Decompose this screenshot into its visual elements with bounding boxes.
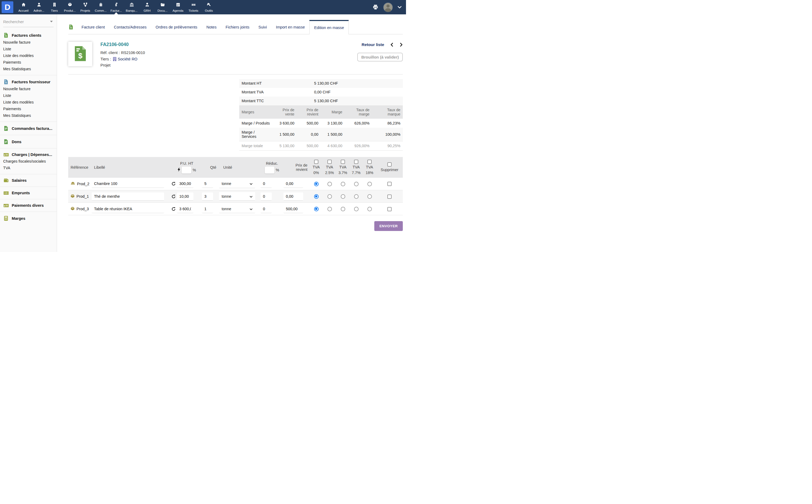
nav-item-outils[interactable]: Outils — [201, 0, 217, 14]
back-to-list-link[interactable]: Retour liste — [362, 42, 384, 47]
tva-7-7-radio[interactable] — [354, 194, 359, 199]
discount-input[interactable] — [261, 205, 272, 213]
sidebar-item-liste-factures-clients[interactable]: Liste — [0, 46, 57, 52]
nav-item-agenda[interactable]: Agenda — [170, 0, 186, 14]
next-invoice-button[interactable] — [400, 43, 403, 47]
nav-item-adherents[interactable]: Adhér... — [31, 0, 47, 14]
sidebar-item-liste-modeles-fournisseur[interactable]: Liste des modèles — [0, 99, 57, 106]
refresh-price-icon[interactable] — [171, 182, 175, 186]
product-ref-link[interactable]: Prod_3 — [76, 207, 89, 211]
tva-3-7-radio[interactable] — [341, 182, 345, 186]
tva-0-radio[interactable] — [314, 182, 319, 186]
unit-select[interactable]: tonne — [219, 205, 255, 213]
tva-0-radio[interactable] — [314, 194, 319, 199]
avatar[interactable] — [383, 2, 393, 12]
bulk-discount-percent-input[interactable] — [265, 167, 275, 173]
unit-select[interactable]: tonne — [219, 180, 255, 188]
tab-facture-client[interactable]: Facture client — [77, 20, 109, 34]
tva-18-select-all-checkbox[interactable] — [367, 160, 372, 164]
tva-7-7-radio[interactable] — [354, 182, 359, 186]
tva-2-5-radio[interactable] — [327, 207, 332, 211]
refresh-price-icon[interactable] — [171, 195, 175, 199]
search-dropdown-caret-icon[interactable] — [50, 21, 53, 22]
printer-icon[interactable] — [372, 5, 379, 10]
tva-2-5-radio[interactable] — [327, 194, 332, 199]
tva-2-5-select-all-checkbox[interactable] — [327, 160, 332, 164]
label-input[interactable] — [92, 180, 164, 188]
send-button[interactable]: ENVOYER — [374, 221, 403, 231]
tva-7-7-select-all-checkbox[interactable] — [354, 160, 358, 164]
sidebar-item-charges-depenses[interactable]: $ Charges | Dépenses... — [0, 152, 57, 158]
tab-ordres-prelevements[interactable]: Ordres de prélèvements — [151, 20, 202, 34]
cost-price-input[interactable] — [284, 192, 303, 201]
tva-3-7-select-all-checkbox[interactable] — [341, 160, 345, 164]
sidebar-item-dons[interactable]: Dons — [0, 138, 57, 146]
nav-item-accueil[interactable]: Accueil — [16, 0, 31, 14]
delete-checkbox[interactable] — [387, 182, 392, 186]
search-input[interactable] — [3, 19, 48, 24]
discount-input[interactable] — [261, 192, 272, 201]
sidebar-item-charges-fiscales[interactable]: Charges fiscales/sociales — [0, 158, 57, 165]
invoice-thumbnail[interactable]: $ — [68, 42, 92, 66]
product-ref-link[interactable]: Prod_2 — [77, 182, 89, 186]
nav-item-produits[interactable]: Produi... — [62, 0, 77, 14]
quantity-input[interactable] — [202, 192, 213, 201]
sidebar-item-paiements-clients[interactable]: Paiements — [0, 59, 57, 66]
tab-fichiers-joints[interactable]: Fichiers joints — [221, 20, 254, 34]
quantity-input[interactable] — [202, 180, 213, 188]
nav-item-commerce[interactable]: Comm... — [93, 0, 108, 14]
sidebar-item-liste-modeles-clients[interactable]: Liste des modèles — [0, 52, 57, 59]
unit-price-input[interactable] — [177, 192, 193, 201]
tiers-link[interactable]: Société RO — [118, 56, 137, 63]
bulk-update-bolt-icon[interactable] — [177, 167, 180, 173]
delete-checkbox[interactable] — [387, 207, 392, 211]
cost-price-input[interactable] — [284, 205, 303, 213]
sidebar-item-paiements-fournisseur[interactable]: Paiements — [0, 106, 57, 112]
tva-18-radio[interactable] — [367, 194, 372, 199]
quantity-input[interactable] — [202, 205, 213, 213]
tab-notes[interactable]: Notes — [202, 20, 221, 34]
refresh-price-icon[interactable] — [171, 207, 175, 211]
user-menu-chevron-icon[interactable] — [397, 6, 402, 9]
nav-item-tickets[interactable]: Tickets — [186, 0, 201, 14]
nav-item-facturation[interactable]: Factur... — [108, 0, 124, 14]
tab-edition-en-masse[interactable]: Edition en masse — [309, 20, 349, 34]
tva-0-radio[interactable] — [314, 207, 319, 211]
tva-2-5-radio[interactable] — [327, 182, 332, 186]
unit-price-input[interactable] — [177, 180, 193, 188]
nav-item-tiers[interactable]: Tiers — [47, 0, 62, 14]
delete-select-all-checkbox[interactable] — [387, 162, 392, 167]
sidebar-item-paiements-divers[interactable]: $ Paiements divers — [0, 203, 57, 209]
tva-18-radio[interactable] — [367, 182, 372, 186]
sidebar-item-nouvelle-facture-client[interactable]: Nouvelle facture — [0, 39, 57, 46]
label-input[interactable] — [92, 192, 164, 201]
product-ref-link[interactable]: Prod_1 — [76, 194, 89, 199]
nav-item-projets[interactable]: Projets — [77, 0, 93, 14]
sidebar-item-factures-fournisseur[interactable]: $ Factures fournisseur — [0, 79, 57, 86]
sidebar-item-commandes-facturables[interactable]: Commandes factura... — [0, 125, 57, 132]
nav-item-banque[interactable]: Banqu... — [124, 0, 139, 14]
tab-suivi[interactable]: Suivi — [254, 20, 272, 34]
sidebar-item-statistiques-clients[interactable]: Mes Statistiques — [0, 66, 57, 72]
tab-contacts-adresses[interactable]: Contacts/Adresses — [109, 20, 151, 34]
sidebar-item-liste-factures-fournisseur[interactable]: Liste — [0, 92, 57, 99]
previous-invoice-button[interactable] — [390, 43, 393, 47]
discount-input[interactable] — [261, 180, 272, 188]
cost-price-input[interactable] — [284, 180, 303, 188]
nav-item-grh[interactable]: GRH — [139, 0, 155, 14]
tva-18-radio[interactable] — [367, 207, 372, 211]
sidebar-item-tva[interactable]: TVA — [0, 165, 57, 171]
sidebar-item-marges[interactable]: Marges — [0, 215, 57, 222]
delete-checkbox[interactable] — [387, 195, 392, 199]
sidebar-item-emprunts[interactable]: $ Emprunts — [0, 190, 57, 196]
nav-item-documents[interactable]: Docu... — [155, 0, 170, 14]
sidebar-item-factures-clients[interactable]: $ Factures clients — [0, 32, 57, 39]
unit-price-input[interactable] — [177, 205, 193, 213]
app-logo[interactable]: D — [2, 1, 13, 13]
sidebar-item-salaires[interactable]: Salaires — [0, 177, 57, 184]
sidebar-item-statistiques-fournisseur[interactable]: Mes Statistiques — [0, 112, 57, 119]
tab-import-en-masse[interactable]: Import en masse — [272, 20, 310, 34]
tva-3-7-radio[interactable] — [341, 194, 345, 199]
label-input[interactable] — [92, 205, 164, 213]
tva-0-select-all-checkbox[interactable] — [314, 160, 318, 164]
